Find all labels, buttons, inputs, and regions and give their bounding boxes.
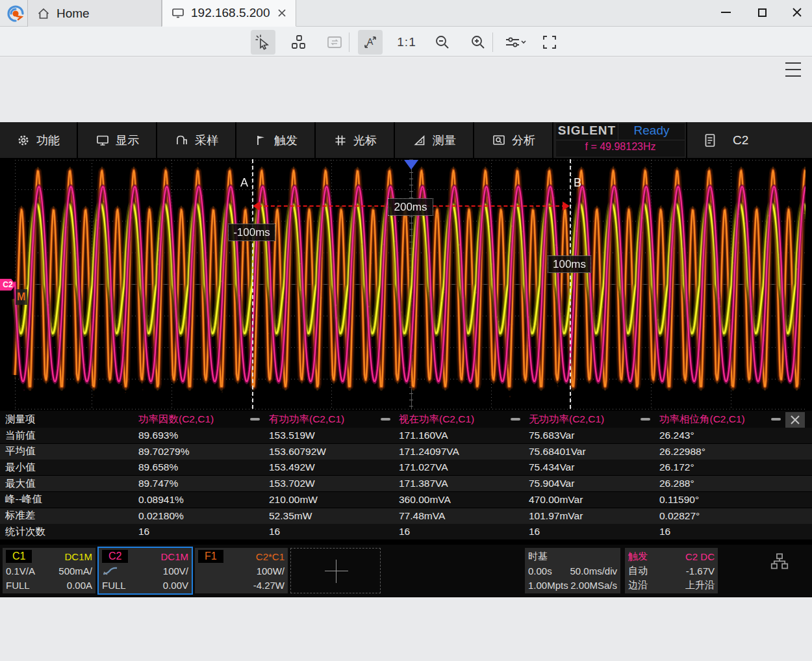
zoom-in-icon[interactable]	[466, 30, 490, 55]
window-minimize-button[interactable]	[716, 4, 735, 21]
measure-value: 16	[659, 524, 670, 539]
network-icon[interactable]	[770, 552, 789, 573]
remove-measurement-button[interactable]	[771, 418, 781, 421]
gear-icon	[17, 134, 30, 147]
measure-column-header: 视在功率(C2,C1)	[399, 411, 474, 428]
measure-row-label: 峰--峰值	[5, 492, 42, 508]
active-channel-selector[interactable]: C2	[686, 122, 812, 158]
measure-table-header: 测量项功率因数(C2,C1)有功功率(C2,C1)视在功率(C2,C1)无功功率…	[0, 411, 812, 428]
measure-row: 最大值89.747%153.702W171.387VA75.904Var26.2…	[0, 476, 812, 491]
measure-value: 52.35mW	[269, 508, 312, 524]
window-close-button[interactable]	[787, 4, 807, 21]
measure-value: 0.02827°	[659, 508, 700, 524]
measure-value: 75.904Var	[529, 476, 574, 491]
measure-corner-label: 测量项	[5, 411, 36, 428]
measure-value: 101.97mVar	[529, 508, 583, 524]
trigger-level: -1.67V	[686, 565, 715, 577]
remove-measurement-button[interactable]	[381, 418, 390, 421]
menu-display[interactable]: 显示	[79, 122, 157, 158]
measure-value: 171.160VA	[399, 428, 448, 443]
menu-trigger[interactable]: 触发	[238, 122, 316, 158]
menu-function[interactable]: 功能	[0, 122, 78, 158]
f1-expression: C2*C1	[256, 551, 285, 562]
menu-analyze[interactable]: 分析	[476, 122, 553, 158]
measure-value: 360.00mVA	[399, 492, 451, 508]
measure-row: 当前值89.693%153.519W171.160VA75.683Var26.2…	[0, 428, 812, 443]
trigger-box[interactable]: 触发 C2 DC 自动 -1.67V 边沿 上升沿	[625, 548, 718, 593]
menu-cursor[interactable]: 光标	[317, 122, 395, 158]
pointer-select-icon[interactable]	[251, 30, 275, 55]
measure-value: 16	[138, 524, 149, 539]
c1-badge: C1	[6, 550, 32, 563]
measure-column-header: 功率相位角(C2,C1)	[659, 411, 745, 428]
app-logo-icon	[5, 3, 26, 24]
menu-analyze-label: 分析	[512, 133, 535, 148]
close-measure-icon[interactable]	[785, 412, 805, 428]
menu-function-label: 功能	[36, 133, 60, 148]
add-channel-placeholder[interactable]	[290, 548, 381, 593]
trigger-position-marker[interactable]	[404, 160, 418, 170]
c1-bandwidth: FULL	[6, 580, 30, 591]
scope-menubar: 功能 显示 采样 触发	[0, 122, 812, 158]
cursor-a-line[interactable]	[252, 159, 253, 409]
remove-measurement-button[interactable]	[641, 418, 650, 421]
cursor-b-value[interactable]: 100ms	[548, 255, 591, 273]
remove-measurement-button[interactable]	[250, 418, 260, 421]
measure-value: 171.387VA	[399, 476, 448, 491]
measure-column-header: 有功功率(C2,C1)	[269, 411, 344, 428]
trigger-type: 边沿	[628, 579, 648, 591]
analyze-icon	[492, 134, 505, 147]
measure-value: 89.70279%	[138, 444, 189, 460]
tab-close-icon[interactable]	[276, 7, 288, 19]
measure-value: 75.683Var	[529, 428, 574, 443]
channel-c2-box[interactable]: C2 DC1M 100V/ FULL 0.00V	[99, 548, 192, 593]
measure-value: 75.434Var	[529, 460, 574, 475]
timebase-delay: 0.00s	[528, 565, 552, 577]
scope-status-block: SIGLENT Ready f = 49.98123Hz	[556, 123, 685, 157]
waveform-canvas[interactable]	[6, 158, 806, 411]
c1-probe: 0.1V/A	[6, 565, 35, 577]
text-scale-icon[interactable]: A	[358, 30, 383, 55]
c2-bandwidth: FULL	[102, 580, 126, 591]
cursor-a-value[interactable]: -100ms	[228, 224, 275, 241]
window-maximize-button[interactable]	[752, 4, 772, 21]
fullscreen-icon[interactable]	[537, 30, 562, 55]
file-transfer-icon[interactable]	[322, 30, 347, 55]
trigger-source: C2	[685, 551, 698, 562]
measure-value: 470.00mVar	[529, 492, 583, 508]
measure-row-label: 最小值	[5, 460, 36, 475]
cursor-b-line[interactable]	[570, 159, 571, 409]
c2-offset: 0.00V	[163, 580, 188, 591]
tab-home-label: Home	[57, 6, 90, 21]
measure-row-label: 标准差	[5, 508, 36, 524]
cursor-delta-value[interactable]: 200ms	[388, 198, 433, 216]
measure-value: 0.02180%	[138, 508, 184, 524]
math-level-marker[interactable]: M	[16, 289, 27, 305]
menu-sample[interactable]: 采样	[159, 122, 236, 158]
actual-size-button[interactable]: 1:1	[394, 30, 419, 55]
channel-c1-box[interactable]: C1 DC1M 0.1V/A 500mA/ FULL 0.00A	[3, 548, 95, 593]
timebase-box[interactable]: 时基 0.00s 50.0ms/div 1.00Mpts 2.00MSa/s	[525, 548, 620, 593]
measure-value: 153.60792W	[269, 444, 326, 460]
measure-row: 最小值89.658%153.492W171.027VA75.434Var26.1…	[0, 460, 812, 475]
layout-blocks-icon[interactable]	[286, 30, 311, 55]
menu-icon[interactable]	[782, 58, 804, 81]
trigger-frequency: f = 49.98123Hz	[556, 141, 685, 157]
measure-row-label: 当前值	[5, 428, 36, 443]
cursor-delta-right-arrow	[563, 201, 570, 211]
timebase-title: 时基	[528, 551, 548, 563]
menu-sample-label: 采样	[195, 133, 218, 148]
browser-window: Home 192.168.5.200	[0, 0, 812, 661]
menu-measure[interactable]: 测量	[396, 122, 474, 158]
tab-home[interactable]: Home	[27, 0, 162, 27]
remove-measurement-button[interactable]	[511, 418, 520, 421]
display-icon	[96, 134, 109, 147]
f1-badge: F1	[198, 550, 223, 563]
zoom-out-icon[interactable]	[430, 30, 455, 55]
measure-value: 89.658%	[138, 460, 178, 475]
display-settings-icon[interactable]	[500, 30, 530, 55]
active-channel-label: C2	[733, 133, 748, 148]
tab-device[interactable]: 192.168.5.200	[162, 0, 296, 27]
channel-f1-box[interactable]: F1 C2*C1 100W/ -4.27W	[195, 548, 288, 593]
menu-trigger-label: 触发	[274, 133, 298, 148]
